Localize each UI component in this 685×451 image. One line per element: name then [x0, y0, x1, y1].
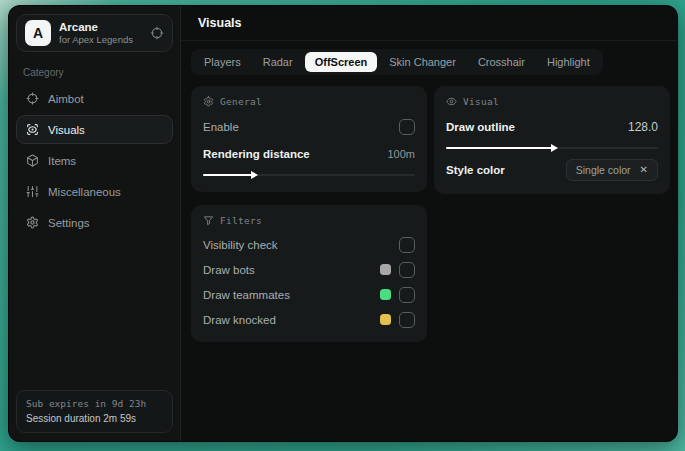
- sidebar-item-label: Settings: [48, 217, 90, 229]
- style-color-select[interactable]: Single color ✕: [566, 159, 658, 181]
- main-panel: Visuals Players Radar OffScreen Skin Cha…: [181, 6, 677, 441]
- brand-text: Arcane for Apex Legends: [59, 21, 133, 45]
- style-color-value: Single color: [576, 164, 631, 176]
- draw-knocked-color-swatch[interactable]: [380, 314, 391, 325]
- subscription-card: Sub expires in 9d 23h Session duration 2…: [16, 390, 173, 433]
- eye-icon: [446, 96, 457, 107]
- clear-icon[interactable]: ✕: [640, 165, 648, 175]
- funnel-icon: [203, 215, 214, 226]
- draw-outline-row: Draw outline 128.0: [446, 116, 658, 137]
- visibility-check-label: Visibility check: [203, 239, 278, 251]
- rendering-distance-value: 100m: [387, 148, 415, 160]
- category-label: Category: [23, 67, 166, 78]
- cog-icon: [203, 96, 214, 107]
- sidebar-item-items[interactable]: Items: [16, 146, 173, 175]
- draw-knocked-checkbox[interactable]: [399, 312, 415, 328]
- draw-outline-value: 128.0: [628, 120, 658, 134]
- sidebar-item-label: Aimbot: [48, 93, 84, 105]
- draw-teammates-label: Draw teammates: [203, 289, 290, 301]
- card-filters-header: Filters: [203, 215, 415, 226]
- draw-outline-slider[interactable]: [446, 147, 658, 149]
- app-subtitle: for Apex Legends: [59, 35, 133, 45]
- app-name: Arcane: [59, 21, 133, 34]
- crosshair-icon: [26, 92, 39, 105]
- draw-teammates-checkbox[interactable]: [399, 287, 415, 303]
- gear-icon: [26, 216, 39, 229]
- card-general-header: General: [203, 96, 415, 107]
- card-filters-title: Filters: [220, 215, 262, 226]
- rendering-distance-row: Rendering distance 100m: [203, 143, 415, 164]
- draw-outline-label: Draw outline: [446, 121, 515, 133]
- tab-offscreen[interactable]: OffScreen: [305, 52, 378, 72]
- style-color-row: Style color Single color ✕: [446, 159, 658, 181]
- sidebar: A Arcane for Apex Legends Category Aimbo…: [9, 6, 181, 441]
- card-general-title: General: [220, 96, 262, 107]
- draw-bots-checkbox[interactable]: [399, 262, 415, 278]
- sidebar-item-miscellaneous[interactable]: Miscellaneous: [16, 177, 173, 206]
- tab-crosshair[interactable]: Crosshair: [468, 52, 535, 72]
- sliders-icon: [26, 185, 39, 198]
- tab-skin-changer[interactable]: Skin Changer: [379, 52, 466, 72]
- sub-expiry-text: Sub expires in 9d 23h: [26, 398, 163, 409]
- card-visual: Visual Draw outline 128.0 Style color Si…: [434, 86, 670, 194]
- slider-fill[interactable]: [203, 174, 252, 176]
- card-visual-header: Visual: [446, 96, 658, 107]
- draw-knocked-row: Draw knocked: [203, 310, 415, 329]
- package-icon: [26, 154, 39, 167]
- style-color-label: Style color: [446, 164, 505, 176]
- slider-fill[interactable]: [446, 147, 552, 149]
- tabbar: Players Radar OffScreen Skin Changer Cro…: [191, 49, 603, 75]
- app-logo: A: [25, 20, 51, 46]
- sidebar-nav: Aimbot Visuals Items Miscellaneous: [16, 84, 173, 237]
- target-icon[interactable]: [150, 26, 164, 40]
- content-grid: General Enable Rendering distance 100m: [181, 75, 677, 353]
- app-window: A Arcane for Apex Legends Category Aimbo…: [8, 5, 678, 442]
- card-visual-title: Visual: [463, 96, 499, 107]
- sidebar-item-settings[interactable]: Settings: [16, 208, 173, 237]
- sidebar-item-label: Visuals: [48, 124, 85, 136]
- draw-knocked-label: Draw knocked: [203, 314, 276, 326]
- card-general: General Enable Rendering distance 100m: [191, 86, 427, 192]
- visibility-check-checkbox[interactable]: [399, 237, 415, 253]
- tab-radar[interactable]: Radar: [253, 52, 303, 72]
- rendering-distance-slider[interactable]: [203, 174, 415, 176]
- sidebar-item-label: Items: [48, 155, 76, 167]
- sidebar-item-visuals[interactable]: Visuals: [16, 115, 173, 144]
- rendering-distance-label: Rendering distance: [203, 148, 310, 160]
- page-title: Visuals: [181, 6, 677, 41]
- enable-checkbox[interactable]: [399, 119, 415, 135]
- draw-teammates-color-swatch[interactable]: [380, 289, 391, 300]
- sidebar-item-aimbot[interactable]: Aimbot: [16, 84, 173, 113]
- draw-bots-label: Draw bots: [203, 264, 255, 276]
- tab-players[interactable]: Players: [194, 52, 251, 72]
- scan-eye-icon: [26, 123, 39, 136]
- draw-bots-color-swatch[interactable]: [380, 264, 391, 275]
- tabs-row: Players Radar OffScreen Skin Changer Cro…: [181, 41, 677, 75]
- enable-row: Enable: [203, 116, 415, 137]
- draw-teammates-row: Draw teammates: [203, 285, 415, 304]
- card-filters: Filters Visibility check Draw bots: [191, 205, 427, 342]
- visibility-check-row: Visibility check: [203, 235, 415, 254]
- draw-bots-row: Draw bots: [203, 260, 415, 279]
- sidebar-item-label: Miscellaneous: [48, 186, 121, 198]
- enable-label: Enable: [203, 121, 239, 133]
- session-duration-text: Session duration 2m 59s: [26, 413, 163, 424]
- tab-highlight[interactable]: Highlight: [537, 52, 600, 72]
- brand-card: A Arcane for Apex Legends: [16, 14, 173, 52]
- desktop-background: { "window": { "brand": { "logo_letter": …: [0, 0, 685, 451]
